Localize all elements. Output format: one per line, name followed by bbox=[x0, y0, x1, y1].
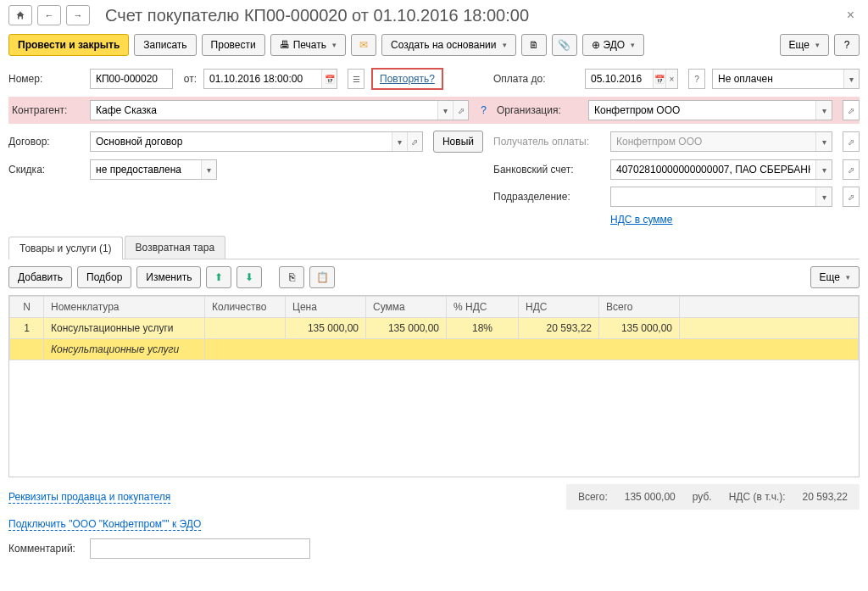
dropdown-icon[interactable]: ▾ bbox=[815, 101, 832, 120]
post-button[interactable]: Провести bbox=[202, 34, 265, 56]
contract-input[interactable] bbox=[91, 132, 392, 151]
vat-total-label: НДС (в т.ч.): bbox=[729, 491, 786, 503]
open-icon[interactable]: ⬀ bbox=[843, 159, 860, 180]
move-down-button[interactable]: ⬇ bbox=[236, 266, 262, 288]
dropdown-icon[interactable]: ▾ bbox=[815, 187, 832, 206]
globe-icon: ⊕ bbox=[592, 39, 600, 51]
move-up-button[interactable]: ⬆ bbox=[206, 266, 231, 288]
col-spacer bbox=[680, 297, 859, 318]
edo-connect-link[interactable]: Подключить "ООО "Конфетпром"" к ЭДО bbox=[8, 518, 201, 531]
contract-label: Договор: bbox=[8, 136, 83, 148]
open-icon[interactable]: ⬀ bbox=[453, 101, 468, 120]
back-button[interactable]: ← bbox=[37, 5, 61, 25]
payment-due-label: Оплата до: bbox=[493, 73, 578, 85]
clear-icon[interactable]: × bbox=[665, 70, 677, 88]
number-input[interactable] bbox=[91, 70, 172, 88]
table-row[interactable]: 1 Консультационные услуги 135 000,00 135… bbox=[10, 318, 859, 339]
save-button[interactable]: Записать bbox=[134, 34, 196, 56]
status-select[interactable] bbox=[713, 70, 843, 88]
email-button[interactable]: ✉ bbox=[351, 34, 376, 56]
mail-icon: ✉ bbox=[359, 39, 368, 51]
org-input[interactable] bbox=[589, 101, 815, 120]
total-label: Всего: bbox=[578, 491, 608, 503]
open-icon[interactable]: ⬀ bbox=[843, 131, 860, 152]
edo-button[interactable]: ⊕ЭДО bbox=[582, 34, 645, 56]
attach-button[interactable]: 📎 bbox=[552, 34, 577, 56]
dept-input[interactable] bbox=[611, 187, 815, 206]
tab-goods[interactable]: Товары и услуги (1) bbox=[8, 237, 123, 259]
forward-button[interactable]: → bbox=[66, 5, 90, 25]
open-icon[interactable]: ⬀ bbox=[407, 132, 422, 151]
arrow-down-icon: ⬇ bbox=[245, 271, 253, 283]
payee-label: Получатель оплаты: bbox=[493, 136, 604, 148]
help-link[interactable]: ? bbox=[481, 104, 487, 116]
payment-due-input[interactable] bbox=[586, 70, 653, 88]
tabs: Товары и услуги (1) Возвратная тара bbox=[8, 236, 860, 259]
change-button[interactable]: Изменить bbox=[136, 266, 201, 288]
date-input[interactable] bbox=[204, 70, 321, 88]
requisites-link[interactable]: Реквизиты продавца и покупателя bbox=[8, 491, 170, 504]
new-contract-button[interactable]: Новый bbox=[433, 131, 483, 153]
help-icon[interactable]: ? bbox=[688, 69, 705, 89]
comment-input[interactable] bbox=[91, 539, 309, 558]
main-toolbar: Провести и закрыть Записать Провести 🖶Пе… bbox=[8, 34, 860, 56]
vat-mode-link[interactable]: НДС в сумме bbox=[610, 214, 673, 226]
create-on-basis-button[interactable]: Создать на основании bbox=[381, 34, 516, 56]
dropdown-icon[interactable]: ▾ bbox=[437, 101, 453, 120]
col-item[interactable]: Номенклатура bbox=[44, 297, 205, 318]
total-value: 135 000,00 bbox=[625, 491, 676, 503]
print-button[interactable]: 🖶Печать bbox=[270, 34, 346, 56]
close-icon[interactable]: × bbox=[842, 8, 860, 23]
dept-label: Подразделение: bbox=[493, 191, 604, 203]
table-row-sub[interactable]: Консультационные услуги bbox=[10, 339, 859, 360]
counterparty-label: Контрагент: bbox=[8, 104, 83, 116]
items-table: N Номенклатура Количество Цена Сумма % Н… bbox=[9, 296, 859, 360]
dropdown-icon[interactable]: ▾ bbox=[843, 70, 859, 88]
home-button[interactable] bbox=[8, 5, 32, 25]
col-sum[interactable]: Сумма bbox=[366, 297, 447, 318]
col-price[interactable]: Цена bbox=[286, 297, 366, 318]
help-button[interactable]: ? bbox=[834, 34, 860, 56]
bank-label: Банковский счет: bbox=[493, 164, 604, 176]
copy-icon: ⎘ bbox=[289, 271, 295, 283]
col-vat[interactable]: НДС bbox=[519, 297, 599, 318]
payee-input bbox=[611, 132, 815, 151]
repeat-link[interactable]: Повторять? bbox=[371, 68, 443, 90]
dropdown-icon[interactable]: ▾ bbox=[815, 160, 832, 179]
counterparty-input[interactable] bbox=[91, 101, 437, 120]
totals-box: Всего: 135 000,00 руб. НДС (в т.ч.): 20 … bbox=[566, 484, 860, 510]
col-qty[interactable]: Количество bbox=[205, 297, 286, 318]
calendar-icon[interactable]: 📅 bbox=[653, 70, 665, 88]
add-row-button[interactable]: Добавить bbox=[8, 266, 72, 288]
dropdown-icon[interactable]: ▾ bbox=[201, 160, 216, 179]
col-n[interactable]: N bbox=[10, 297, 44, 318]
dropdown-icon[interactable]: ▾ bbox=[392, 132, 407, 151]
col-total[interactable]: Всего bbox=[599, 297, 680, 318]
discount-label: Скидка: bbox=[8, 164, 83, 176]
currency: руб. bbox=[693, 491, 712, 503]
from-label: от: bbox=[180, 73, 197, 85]
post-and-close-button[interactable]: Провести и закрыть bbox=[8, 34, 129, 56]
document-icon: 🗎 bbox=[529, 39, 539, 51]
select-button[interactable]: Подбор bbox=[77, 266, 131, 288]
discount-select[interactable] bbox=[91, 160, 201, 179]
calendar-icon[interactable]: 📅 bbox=[321, 70, 337, 88]
table-toolbar: Добавить Подбор Изменить ⬆ ⬇ ⎘ 📋 Еще bbox=[8, 259, 860, 295]
open-icon[interactable]: ⬀ bbox=[843, 187, 860, 207]
copy-button[interactable]: ⎘ bbox=[279, 266, 304, 288]
paste-icon: 📋 bbox=[316, 271, 329, 283]
open-icon[interactable]: ⬀ bbox=[843, 100, 860, 120]
window-title: Счет покупателю КП00-000020 от 01.10.201… bbox=[105, 6, 529, 25]
org-label: Организация: bbox=[497, 104, 581, 116]
printer-icon: 🖶 bbox=[280, 39, 290, 51]
more-button[interactable]: Еще bbox=[780, 34, 829, 56]
col-vat-pct[interactable]: % НДС bbox=[447, 297, 519, 318]
bank-input[interactable] bbox=[611, 160, 815, 179]
report-button[interactable]: 🗎 bbox=[521, 34, 547, 56]
paperclip-icon: 📎 bbox=[558, 39, 570, 51]
paste-button[interactable]: 📋 bbox=[309, 266, 335, 288]
table-more-button[interactable]: Еще bbox=[810, 266, 860, 288]
tab-tare[interactable]: Возвратная тара bbox=[125, 236, 226, 259]
items-table-wrap: N Номенклатура Количество Цена Сумма % Н… bbox=[8, 295, 860, 477]
schedule-icon[interactable]: ☰ bbox=[348, 69, 364, 89]
